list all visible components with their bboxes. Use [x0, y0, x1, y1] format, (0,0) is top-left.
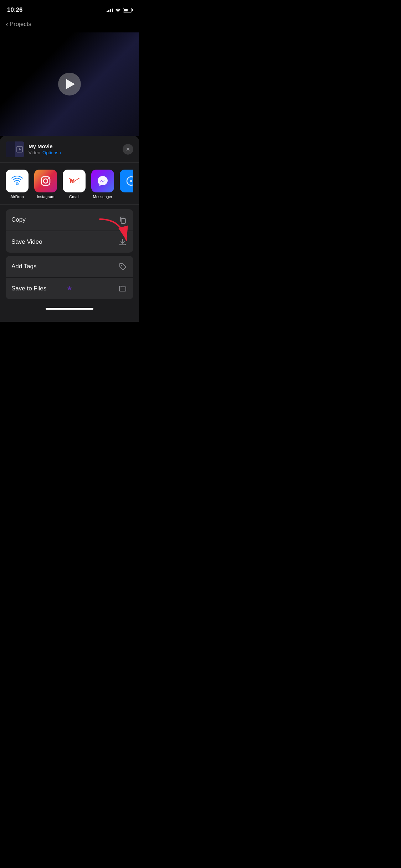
status-time: 10:26 — [7, 6, 22, 14]
file-info-text: My Movie Video Options › — [29, 143, 123, 155]
wifi-icon — [115, 8, 121, 12]
svg-rect-11 — [121, 218, 125, 223]
gmail-label: Gmail — [69, 195, 79, 199]
copy-icon — [118, 215, 128, 225]
action-list: Copy Save Video — [0, 205, 139, 302]
svg-point-5 — [48, 178, 49, 179]
file-title: My Movie — [29, 143, 123, 149]
nav-bar: ‹ Projects — [0, 17, 139, 32]
apps-row: AirDrop Instagram — [0, 162, 139, 205]
save-video-icon — [118, 237, 128, 247]
svg-point-9 — [130, 180, 132, 182]
messenger-label: Messenger — [93, 195, 112, 199]
svg-point-2 — [16, 183, 18, 185]
file-options-button[interactable]: Options › — [42, 150, 61, 155]
instagram-label: Instagram — [37, 195, 55, 199]
app-airdrop[interactable]: AirDrop — [6, 170, 29, 199]
app-instagram[interactable]: Instagram — [34, 170, 57, 199]
file-thumbnail — [6, 141, 24, 157]
airdrop-icon — [6, 170, 29, 192]
app-messenger[interactable]: Messenger — [91, 170, 114, 199]
add-tags-action[interactable]: Add Tags — [6, 256, 133, 277]
home-indicator — [46, 308, 93, 310]
thumb-right — [15, 141, 24, 157]
gmail-icon: M — [63, 170, 86, 192]
messenger-icon — [91, 170, 114, 192]
save-to-files-icon — [118, 284, 128, 294]
play-icon — [66, 79, 75, 89]
instagram-icon — [34, 170, 57, 192]
back-chevron-icon: ‹ — [6, 20, 8, 28]
copy-action[interactable]: Copy — [6, 209, 133, 231]
file-info-row: My Movie Video Options › ✕ — [0, 136, 139, 162]
file-meta: Video Options › — [29, 150, 123, 155]
battery-icon — [123, 8, 132, 12]
save-to-files-action[interactable]: Save to Files — [6, 278, 133, 299]
play-button[interactable] — [58, 73, 81, 95]
save-video-label: Save Video — [11, 238, 42, 246]
svg-point-4 — [43, 179, 48, 183]
app-gmail[interactable]: M Gmail — [63, 170, 86, 199]
close-button[interactable]: ✕ — [123, 144, 133, 155]
more-app-icon — [120, 170, 133, 192]
save-to-files-label: Save to Files — [11, 285, 46, 292]
status-icons — [107, 8, 132, 12]
svg-text:M: M — [70, 178, 74, 184]
video-player[interactable] — [0, 32, 139, 136]
copy-label: Copy — [11, 216, 26, 223]
svg-point-12 — [121, 265, 122, 266]
add-tags-label: Add Tags — [11, 263, 37, 270]
svg-marker-1 — [19, 148, 21, 151]
close-icon: ✕ — [126, 147, 130, 152]
file-type: Video — [29, 150, 40, 155]
back-label: Projects — [10, 21, 31, 28]
apps-scroll: AirDrop Instagram — [6, 170, 133, 199]
signal-icon — [107, 8, 113, 12]
add-tags-icon — [118, 262, 128, 272]
save-video-action[interactable]: Save Video — [6, 231, 133, 253]
share-sheet: My Movie Video Options › ✕ — [0, 136, 139, 322]
airdrop-label: AirDrop — [10, 195, 24, 199]
back-button[interactable]: ‹ Projects — [6, 20, 31, 28]
thumb-left — [6, 141, 15, 157]
app-more[interactable] — [120, 170, 133, 199]
status-bar: 10:26 — [0, 0, 139, 17]
